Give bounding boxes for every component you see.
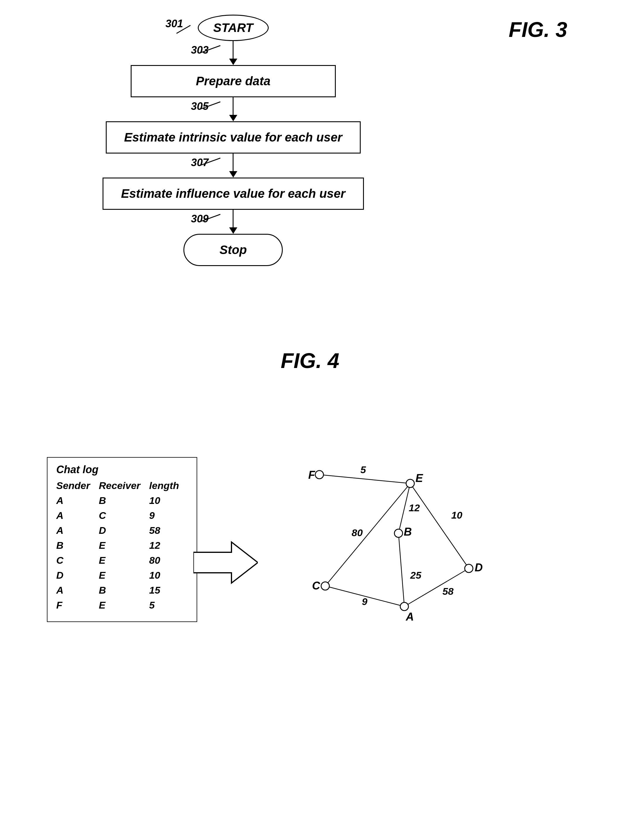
svg-text:10: 10 — [451, 509, 462, 521]
start-node: START — [198, 15, 269, 41]
svg-text:B: B — [404, 525, 412, 538]
svg-text:E: E — [415, 472, 423, 484]
table-row: FE5 — [56, 598, 188, 613]
table-row: AC9 — [56, 508, 188, 523]
svg-text:25: 25 — [410, 569, 421, 581]
arrow-right — [193, 539, 258, 587]
table-row: BE12 — [56, 538, 188, 553]
svg-point-17 — [315, 471, 324, 479]
chat-table: Sender Receiver length AB10AC9AD58BE12CE… — [56, 478, 188, 613]
intrinsic-value-node: Estimate intrinsic value for each user — [106, 121, 361, 154]
svg-text:F: F — [308, 469, 316, 481]
network-graph: 512108025958EFBCAD — [287, 457, 507, 640]
col-receiver: Receiver — [99, 478, 149, 493]
table-row: DE10 — [56, 568, 188, 583]
svg-text:12: 12 — [409, 502, 420, 513]
svg-line-1 — [319, 475, 410, 483]
flowchart: 301 START 303 Prepare data 305 Estimate … — [102, 15, 364, 266]
influence-value-node: Estimate influence value for each user — [102, 178, 364, 210]
table-row: AD58 — [56, 523, 188, 538]
fig3-label: FIG. 3 — [509, 18, 567, 42]
svg-point-21 — [321, 582, 330, 590]
svg-point-23 — [400, 602, 408, 611]
node-301-label: 301 — [166, 18, 183, 30]
table-row: CE80 — [56, 553, 188, 568]
svg-text:D: D — [475, 562, 483, 574]
svg-text:5: 5 — [360, 464, 366, 475]
svg-text:58: 58 — [442, 586, 454, 597]
svg-line-5 — [410, 483, 469, 568]
prepare-data-node: Prepare data — [131, 65, 336, 97]
table-row: AB10 — [56, 493, 188, 508]
svg-text:9: 9 — [362, 596, 367, 607]
col-length: length — [149, 478, 188, 493]
stop-node: Stop — [184, 234, 283, 266]
svg-marker-0 — [193, 542, 258, 583]
table-row: AB15 — [56, 583, 188, 598]
svg-line-9 — [399, 533, 404, 607]
svg-text:80: 80 — [352, 527, 363, 538]
chat-log-table: Chat log Sender Receiver length AB10AC9A… — [47, 457, 197, 622]
svg-point-19 — [394, 529, 403, 537]
chat-log-title: Chat log — [56, 464, 188, 476]
col-sender: Sender — [56, 478, 99, 493]
svg-point-15 — [406, 479, 414, 488]
fig4-label: FIG. 4 — [281, 349, 339, 373]
svg-point-25 — [465, 564, 473, 572]
svg-text:A: A — [406, 611, 414, 623]
svg-text:C: C — [312, 580, 320, 592]
